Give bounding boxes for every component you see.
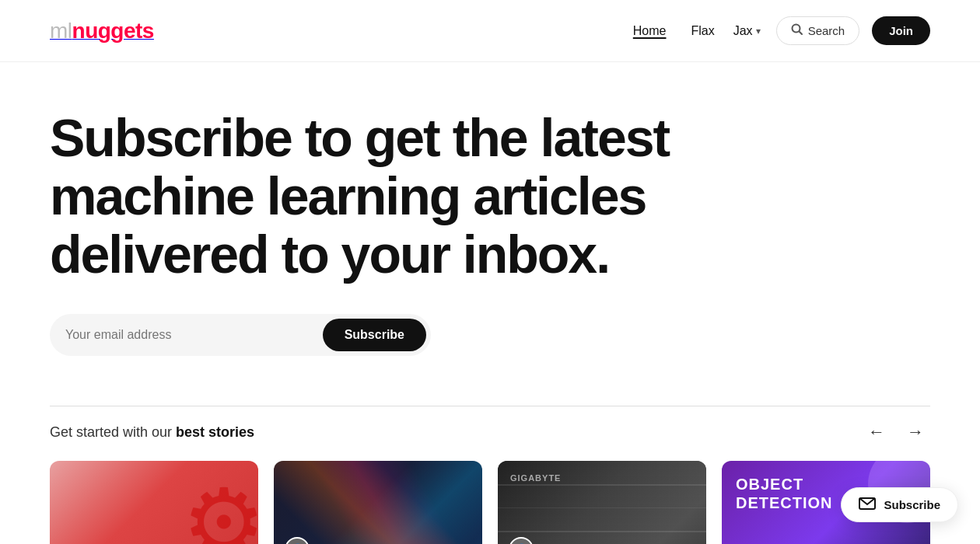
search-label: Search	[808, 24, 845, 37]
logo-nuggets: nuggets	[72, 19, 154, 43]
stories-header-text: Get started with our best stories	[50, 424, 254, 441]
float-subscribe-button[interactable]: Subscribe	[841, 487, 958, 522]
navbar: mlnuggets Home Flax Jax ▾ Search Join	[0, 0, 980, 62]
stories-prefix: Get started with our	[50, 424, 176, 440]
carousel-controls: ← →	[862, 419, 930, 445]
nav-right: Home Flax Jax ▾ Search Join	[624, 16, 930, 45]
nav-home[interactable]: Home	[624, 19, 676, 43]
obj-detect-content: OBJECT DETECTION	[733, 472, 836, 515]
hero-title: Subscribe to get the latest machine lear…	[50, 109, 828, 283]
stories-header: Get started with our best stories ← →	[50, 406, 930, 458]
next-arrow[interactable]: →	[901, 419, 930, 445]
prev-arrow[interactable]: ←	[862, 419, 891, 445]
subscribe-form: Subscribe	[50, 314, 431, 356]
card-distributed-training[interactable]: DISTRIBUTED TRAINING 👤 Flax JAX	[274, 461, 482, 544]
search-icon	[791, 23, 803, 38]
nav-jax-label: Jax	[733, 24, 753, 38]
logo[interactable]: mlnuggets	[50, 19, 154, 44]
svg-line-1	[799, 32, 802, 35]
card-image-3: GIGABYTE JAX & Flax 👤	[498, 461, 706, 544]
card-jax-flax[interactable]: GIGABYTE JAX & Flax 👤 Flax JAX	[498, 461, 706, 544]
obj-detect-title: OBJECT DETECTION	[736, 475, 833, 512]
gigabyte-brand: GIGABYTE	[510, 473, 561, 483]
card-image-1: ⚙ What is JAX? 👤	[50, 461, 258, 544]
stories-section: Get started with our best stories ← → ⚙ …	[0, 406, 980, 544]
card-what-is-jax[interactable]: ⚙ What is JAX? 👤 JAX	[50, 461, 258, 544]
gear-icon: ⚙	[182, 469, 258, 544]
hero-section: Subscribe to get the latest machine lear…	[0, 62, 980, 387]
stories-bold: best stories	[176, 424, 254, 440]
nav-flax[interactable]: Flax	[681, 19, 723, 43]
float-subscribe-label: Subscribe	[884, 498, 940, 511]
chevron-down-icon: ▾	[756, 26, 761, 37]
search-button[interactable]: Search	[776, 16, 860, 45]
logo-ml: ml	[50, 19, 72, 43]
card-image-2: DISTRIBUTED TRAINING 👤	[274, 461, 482, 544]
join-button[interactable]: Join	[872, 16, 930, 45]
nav-jax-dropdown[interactable]: Jax ▾	[730, 19, 764, 43]
cards-container: ⚙ What is JAX? 👤 JAX DISTRIBUTED TRAININ…	[50, 461, 930, 544]
neon-decoration	[274, 461, 482, 544]
email-input[interactable]	[65, 328, 323, 342]
subscribe-button[interactable]: Subscribe	[323, 319, 426, 351]
mail-icon	[859, 497, 876, 512]
